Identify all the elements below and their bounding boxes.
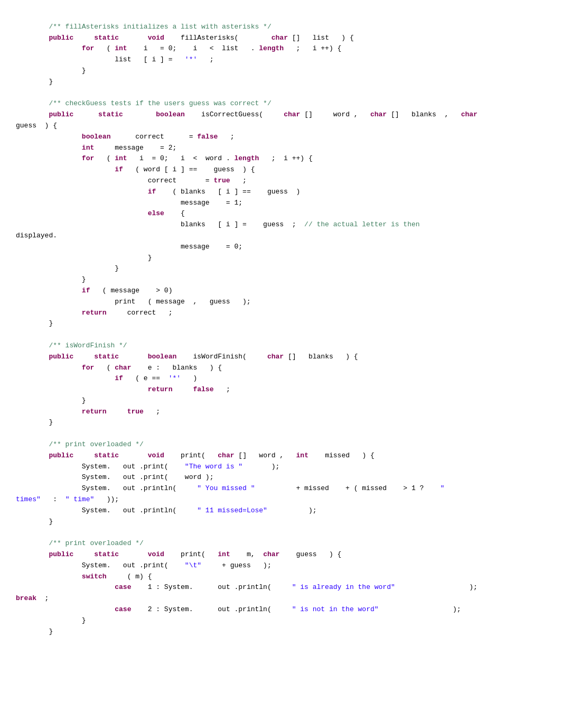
code-editor: /** fillAsterisks initializes a list wit… (16, 11, 545, 637)
comment-1: /** fillAsterisks initializes a list wit… (16, 23, 272, 31)
